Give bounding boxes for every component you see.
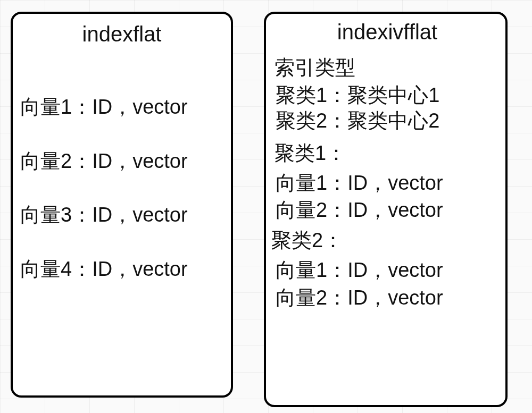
- vector-row: 向量1：ID，vector: [271, 172, 503, 195]
- indexflat-title: indexflat: [20, 21, 223, 47]
- indexflat-box: indexflat 向量1：ID，vector 向量2：ID，vector 向量…: [11, 12, 233, 398]
- vector-row: 向量1：ID，vector: [20, 96, 223, 119]
- cluster-center-row: 聚类2：聚类中心2: [271, 110, 503, 132]
- indexflat-body: 向量1：ID，vector 向量2：ID，vector 向量3：ID，vecto…: [20, 96, 223, 281]
- vector-row: 向量2：ID，vector: [271, 287, 503, 309]
- index-type-label: 索引类型: [271, 54, 503, 81]
- vector-row: 向量4：ID，vector: [20, 258, 223, 281]
- vector-row: 向量2：ID，vector: [20, 150, 223, 173]
- cluster-center-row: 聚类1：聚类中心1: [271, 85, 503, 107]
- vector-row: 向量3：ID，vector: [20, 204, 223, 227]
- cluster-label: 聚类1：: [271, 140, 503, 167]
- vector-row: 向量1：ID，vector: [271, 259, 503, 282]
- vector-row: 向量2：ID，vector: [271, 199, 503, 222]
- indexivfflat-title: indexivfflat: [271, 19, 503, 45]
- indexivfflat-box: indexivfflat 索引类型 聚类1：聚类中心1 聚类2：聚类中心2 聚类…: [264, 12, 508, 407]
- cluster-label: 聚类2：: [271, 227, 503, 254]
